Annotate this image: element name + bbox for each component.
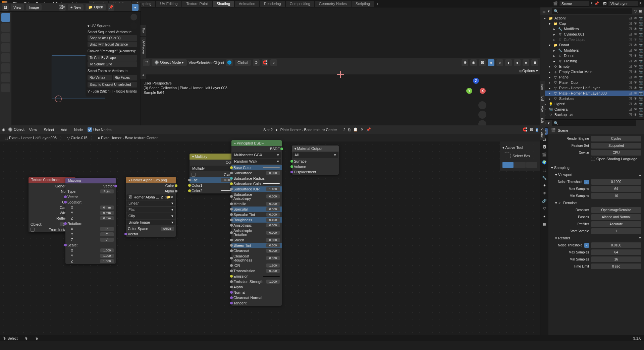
uv-tab-uvpacker[interactable]: UV-Packer [141,37,146,57]
render-icon[interactable]: 📷 [639,113,643,117]
render-icon[interactable]: 📷 [639,54,643,58]
exclude-icon[interactable]: ☑ [629,27,633,31]
use-nodes-checkbox[interactable]: Use Nodes [88,127,111,132]
outliner-search-input[interactable]: 🔍 [552,8,632,14]
v3d-tab-tool[interactable]: Tool [540,93,545,104]
render-icon[interactable]: 📷 [639,70,643,74]
select-mode-subtract[interactable] [526,162,537,168]
visibility-icon[interactable]: 👁 [634,32,638,36]
vp-max-field[interactable]: 64 [591,186,641,192]
render-icon[interactable]: 📷 [639,48,643,52]
bsdf-sheen-tint[interactable]: Sheen Tint0.500 [231,243,282,248]
r-min-field[interactable]: 16 [591,256,641,262]
render-icon[interactable]: 📷 [639,75,643,79]
uv-tab-tool[interactable]: Tool [141,25,146,36]
pan-button-icon[interactable] [478,111,486,119]
uv-cursor-tool[interactable] [1,23,10,32]
outliner-item-empty[interactable]: ▸⊹Empty☑👁📷 [540,64,644,69]
visibility-icon[interactable]: 👁 [634,75,638,79]
xray-icon[interactable]: ⊡ [479,59,486,66]
tab-geometry-nodes[interactable]: Geometry Nodes [315,1,351,7]
v3d-tab-item[interactable]: Item [540,81,545,93]
disclosure-icon[interactable]: ▸ [552,37,556,42]
node-material-output[interactable]: ▾ Material Output All▾ Surface Volume Di… [292,145,339,175]
outliner-item-plate---homer-half-layer-003[interactable]: ▸▽Plate - Homer Half Layer.003☑👁📷 [540,91,644,96]
bc-object[interactable]: ⬚ Plate - Homer Half Layer.003 [3,135,59,141]
object-tab-icon[interactable]: ⬚ [541,167,548,173]
outliner-item-plate---cup[interactable]: ▸▽Plate - Cup☑👁📷 [540,80,644,85]
visibility-icon[interactable]: 👁 [634,102,638,106]
prefilter-dropdown[interactable]: Accurate [591,221,641,227]
disclosure-icon[interactable]: ▸ [552,53,556,58]
visibility-icon[interactable]: 👁 [634,54,638,58]
material-pin-icon[interactable]: 📌 [366,127,371,132]
start-sample-field[interactable]: 1 [591,228,641,234]
mapping-rot-z[interactable]: Z0° [65,237,116,242]
node-canvas[interactable]: Texture Coordinate GeneratedNormalUVObje… [0,141,540,335]
bsdf-emission[interactable]: Emission [231,274,282,279]
bsdf-subsurface-radius[interactable]: Subsurface Radius [231,176,282,181]
tab-animation[interactable]: Animation [235,1,259,7]
render-icon[interactable]: 📷 [639,43,643,47]
overlay-node-icon[interactable]: ⊡ [530,127,533,132]
bc-material[interactable]: ● Plate Homer - Base texture Center [96,135,160,140]
uv-editor-icon[interactable]: 🖼 [2,4,9,11]
rip-faces-button[interactable]: Rip Faces [113,75,137,80]
target-dropdown[interactable]: All▾ [292,152,338,158]
snap-closest-button[interactable]: Snap to Closest Unselected [88,82,137,88]
r-noise-check[interactable]: ✓ [584,243,589,248]
select-mode-new[interactable] [502,162,514,168]
viewlayer-tab-icon[interactable]: 🖼 [541,143,548,150]
outliner-item-cylinder-001[interactable]: ▸▽Cylinder.001☑👁📷 [540,32,644,37]
properties-search-input[interactable]: 🔍 [552,120,636,126]
render-icon[interactable]: 📷 [639,21,643,25]
pivot-icon[interactable]: ⊙ [253,59,260,66]
from-instancer-check[interactable] [31,228,35,232]
visibility-icon[interactable]: 👁 [634,91,638,95]
disclosure-icon[interactable]: ▸ [547,75,552,79]
visibility-icon[interactable]: 👁 [634,107,638,111]
bsdf-sheen[interactable]: Sheen0.000 [231,237,282,243]
outliner-item-empty-circular-main[interactable]: ▸⊹Empty Circular Main☑👁📷 [540,69,644,74]
sss-method-dropdown[interactable]: Random Walk▾ [232,159,281,164]
uv-new-button[interactable]: + New [68,4,84,10]
visibility-icon[interactable]: 👁 [634,43,638,47]
render-icon[interactable]: 📷 [639,38,643,42]
exclude-icon[interactable]: ☑ [629,97,633,101]
interp-dropdown[interactable]: Linear▾ [126,200,175,206]
gizmo-y-icon[interactable]: Y [466,88,472,94]
bsdf-alpha[interactable]: Alpha [231,284,282,290]
shading-render-icon[interactable]: ● [523,59,529,66]
exclude-icon[interactable]: ☑ [629,21,633,25]
denoise-section[interactable]: ▾ ✓ Denoise [551,199,641,207]
exclude-icon[interactable]: ☑ [629,113,633,117]
mapping-loc-y[interactable]: Y0 mm [65,210,116,216]
r-max-field[interactable]: 64 [591,249,641,255]
blend-dropdown[interactable]: Multiply▾ [190,166,236,171]
material-copy-icon[interactable]: 📋 [353,127,358,132]
particle-tab-icon[interactable]: ✦ [541,182,548,189]
exclude-icon[interactable]: ☑ [629,16,633,20]
mapping-rot-x[interactable]: X0° [65,226,116,232]
exclude-icon[interactable]: ☑ [629,91,633,95]
tab-compositing[interactable]: Compositing [286,1,314,7]
r-noise-field[interactable]: 0.0100 [591,242,641,248]
bsdf-anisotropic[interactable]: Anisotropic0.000 [231,223,282,228]
node-principled-bsdf[interactable]: ▾ Principled BSDF BSDF Multiscatter GGX▾… [231,140,282,306]
exclude-icon[interactable]: ☑ [629,48,633,52]
clamp-check[interactable] [192,173,196,177]
disclosure-icon[interactable]: ▸ [552,26,556,31]
render-icon[interactable]: 📷 [639,27,643,31]
shading-matpreview-icon[interactable]: ● [514,59,521,66]
mapping-loc-x[interactable]: X0 mm [65,205,116,210]
visibility-icon[interactable]: 👁 [634,64,638,68]
v3d-object-menu[interactable]: Object [213,61,224,65]
visibility-icon[interactable]: 👁 [634,97,638,101]
type-dropdown[interactable]: Point [100,189,114,193]
uv-open-button[interactable]: 📁 Open [86,4,106,10]
properties-display-icon[interactable]: ▾ [548,121,550,125]
denoiser-dropdown[interactable]: OpenImageDenoise [591,207,641,213]
v3d-tab-edit[interactable]: Edit [540,115,545,126]
render-icon[interactable]: 📷 [639,59,643,63]
v3d-select-menu[interactable]: Select [197,61,207,65]
